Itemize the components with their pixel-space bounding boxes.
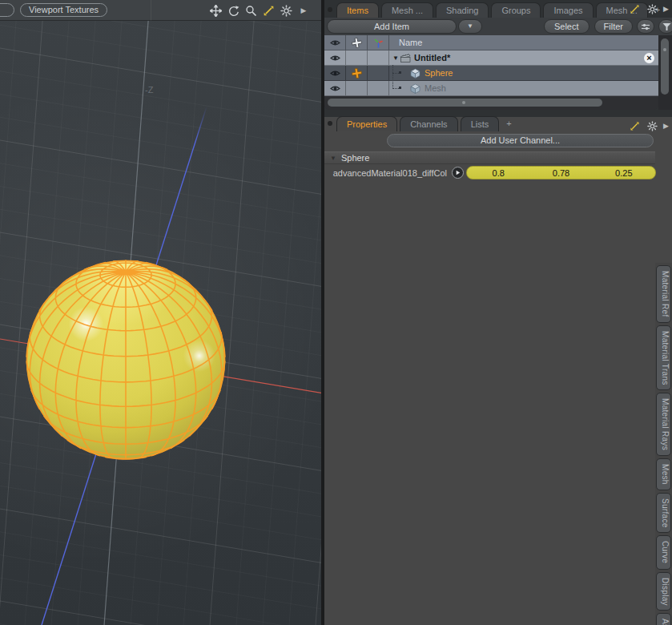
viewport-header-bar: Viewport Textures bbox=[0, 0, 321, 21]
axis-cell[interactable] bbox=[368, 81, 389, 95]
viewport-mode-button-partial[interactable] bbox=[0, 3, 14, 17]
tree-line bbox=[392, 88, 399, 89]
horizontal-scrollbar-thumb[interactable] bbox=[328, 99, 602, 107]
visibility-toggle[interactable] bbox=[324, 50, 346, 65]
select-button[interactable]: Select bbox=[544, 19, 590, 34]
list-item-sphere[interactable]: Sphere bbox=[324, 66, 658, 81]
arrow-icon bbox=[454, 169, 461, 176]
lock-cell[interactable] bbox=[346, 81, 368, 95]
tree-node bbox=[399, 87, 401, 89]
color-value-field: 0.8 0.78 0.25 bbox=[466, 166, 656, 179]
tree-node bbox=[399, 71, 401, 74]
list-options-button[interactable] bbox=[637, 19, 654, 34]
panel-more-icon[interactable]: ▶ bbox=[663, 6, 669, 13]
tab-groups[interactable]: Groups bbox=[491, 2, 541, 18]
tab-shading[interactable]: Shading bbox=[436, 2, 489, 18]
sphere-section-header[interactable]: ▼ Sphere bbox=[324, 151, 655, 164]
maximize-icon[interactable] bbox=[628, 2, 641, 15]
vtab-material-ref[interactable]: Material Ref bbox=[656, 265, 671, 323]
panel-more-icon[interactable]: ▶ bbox=[663, 123, 669, 130]
maximize-icon[interactable] bbox=[628, 119, 641, 132]
list-item-mesh[interactable]: Mesh bbox=[324, 81, 658, 96]
panel-corner-dot[interactable] bbox=[328, 7, 332, 12]
vtab-surface[interactable]: Surface bbox=[656, 493, 671, 534]
properties-panel: Add User Channel... ▼ Sphere advancedMat… bbox=[324, 131, 672, 625]
header-separator bbox=[151, 0, 151, 21]
name-column-header: Name bbox=[389, 35, 658, 50]
value-red[interactable]: 0.8 bbox=[467, 167, 529, 179]
visibility-column-header[interactable] bbox=[324, 35, 346, 50]
eye-icon bbox=[330, 38, 340, 47]
panel-corner-dot[interactable] bbox=[328, 121, 332, 126]
eye-icon bbox=[330, 54, 340, 62]
vertical-scrollbar[interactable] bbox=[658, 35, 672, 110]
tab-properties[interactable]: Properties bbox=[336, 116, 397, 131]
viewport-3d[interactable]: -Z Viewport Textures bbox=[0, 0, 321, 625]
items-tab-bar: Items Mesh ... Shading Groups Images Mes… bbox=[324, 0, 672, 18]
item-name-mesh[interactable]: Mesh bbox=[425, 83, 446, 93]
right-panel: Items Mesh ... Shading Groups Images Mes… bbox=[324, 0, 672, 625]
section-triangle-icon: ▼ bbox=[330, 155, 336, 162]
axis-tripod-icon bbox=[373, 38, 384, 48]
visibility-toggle[interactable] bbox=[324, 81, 346, 95]
filter-button[interactable]: Filter bbox=[594, 19, 633, 34]
vtab-mesh[interactable]: Mesh bbox=[656, 458, 671, 490]
pan-icon[interactable] bbox=[209, 4, 222, 17]
filter-funnel-button[interactable] bbox=[658, 19, 672, 34]
lock-cell[interactable] bbox=[346, 50, 368, 65]
vtab-display[interactable]: Display bbox=[656, 572, 671, 611]
add-item-button[interactable]: Add Item bbox=[327, 19, 457, 34]
value-green[interactable]: 0.78 bbox=[529, 167, 592, 179]
value-blue[interactable]: 0.25 bbox=[593, 167, 655, 179]
section-label: Sphere bbox=[341, 153, 369, 163]
expander-icon[interactable]: ▼ bbox=[391, 54, 400, 62]
vtab-material-rays[interactable]: Material Rays bbox=[656, 393, 671, 456]
viewport-textures-button[interactable]: Viewport Textures bbox=[20, 3, 107, 17]
zoom-icon[interactable] bbox=[244, 4, 257, 17]
vtab-material-trans[interactable]: Material Trans bbox=[656, 325, 671, 391]
gear-icon[interactable] bbox=[280, 4, 292, 17]
tab-items[interactable]: Items bbox=[336, 2, 379, 18]
close-scene-button[interactable]: × bbox=[644, 53, 654, 63]
lock-cell[interactable] bbox=[346, 66, 368, 80]
items-toolbar: Add Item ▼ Select Filter bbox=[324, 18, 672, 35]
rotate-icon[interactable] bbox=[227, 4, 239, 17]
sphere-wireframe bbox=[0, 0, 321, 625]
viewport-more-icon[interactable]: ▶ bbox=[297, 4, 310, 17]
modo-application-window: -Z Viewport Textures bbox=[0, 0, 672, 625]
tab-channels[interactable]: Channels bbox=[400, 116, 457, 131]
eye-icon bbox=[330, 84, 340, 93]
horizontal-scrollbar[interactable] bbox=[324, 96, 658, 110]
eye-icon bbox=[330, 69, 340, 78]
add-tab-button[interactable]: + bbox=[501, 116, 516, 131]
tab-mesh-1[interactable]: Mesh ... bbox=[381, 2, 433, 18]
scene-name[interactable]: Untitled* bbox=[414, 53, 450, 62]
maximize-icon[interactable] bbox=[262, 4, 275, 17]
axis-cell[interactable] bbox=[368, 50, 389, 65]
tab-images[interactable]: Images bbox=[543, 2, 593, 18]
visibility-toggle[interactable] bbox=[324, 66, 346, 80]
tab-lists[interactable]: Lists bbox=[461, 116, 500, 131]
vtab-assembly[interactable]: Assembly bbox=[656, 613, 671, 625]
item-name-sphere[interactable]: Sphere bbox=[425, 68, 453, 78]
gear-icon[interactable] bbox=[646, 119, 658, 132]
vtab-curve[interactable]: Curve bbox=[656, 535, 671, 569]
gear-icon[interactable] bbox=[646, 2, 658, 15]
add-user-channel-button[interactable]: Add User Channel... bbox=[387, 134, 654, 147]
form-category-rail: Material Ref Material Trans Material Ray… bbox=[655, 263, 672, 625]
channel-envelope-button[interactable] bbox=[452, 167, 464, 179]
funnel-icon bbox=[662, 23, 671, 30]
user-channel-row: advancedMaterial018_diffCol 0.8 0.78 0.2… bbox=[324, 165, 655, 181]
add-item-dropdown[interactable]: ▼ bbox=[458, 19, 482, 34]
axis-cell[interactable] bbox=[368, 66, 389, 80]
list-item-scene[interactable]: ▼ Untitled* × bbox=[324, 50, 658, 66]
properties-tab-bar: Properties Channels Lists + ▶ bbox=[324, 117, 672, 131]
vertical-scrollbar-thumb[interactable] bbox=[661, 38, 669, 95]
lock-column-header[interactable] bbox=[346, 35, 368, 50]
scene-icon bbox=[400, 54, 411, 62]
sliders-icon bbox=[641, 23, 650, 30]
tree-line bbox=[392, 73, 399, 74]
axis-column-header[interactable] bbox=[368, 35, 389, 50]
plus-cursor-icon-active bbox=[350, 67, 362, 79]
mesh-cube-icon bbox=[410, 68, 421, 79]
